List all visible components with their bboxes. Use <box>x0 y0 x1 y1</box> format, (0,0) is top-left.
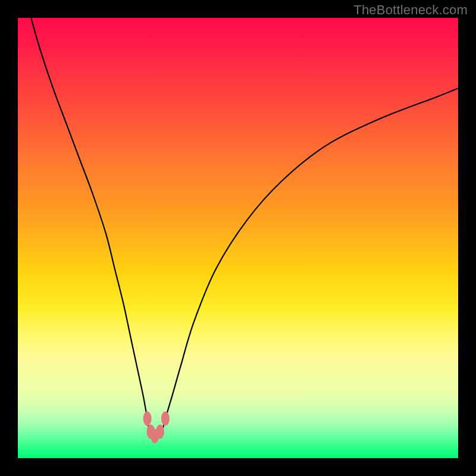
chart-frame: TheBottleneck.com <box>0 0 476 476</box>
watermark-text: TheBottleneck.com <box>353 2 468 18</box>
plot-area <box>18 18 458 458</box>
min-band-markers <box>143 411 170 443</box>
min-band-5 <box>161 411 170 425</box>
bottleneck-curve <box>31 18 458 439</box>
curve-layer <box>18 18 458 458</box>
min-band-1 <box>143 411 152 425</box>
min-band-4 <box>156 425 164 439</box>
